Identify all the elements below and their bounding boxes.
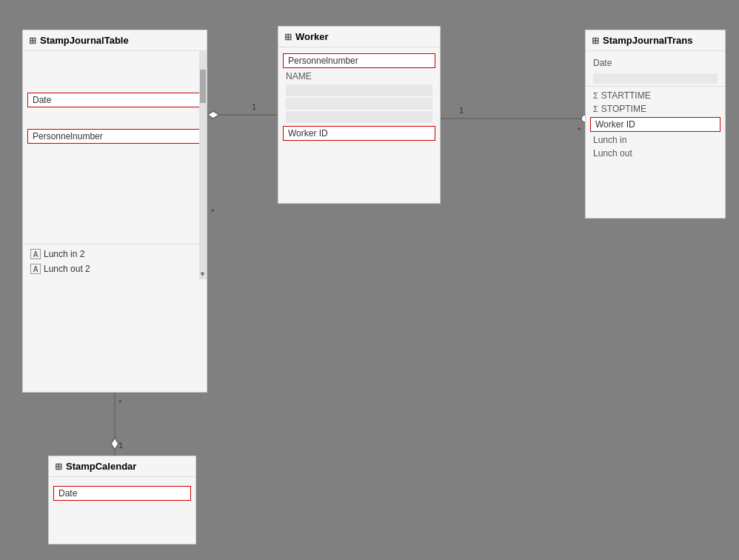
stamp-journal-trans-icon: ⊞	[592, 36, 599, 46]
trans-worker-id-label: Worker ID	[595, 119, 635, 130]
stamp-journal-trans-header: ⊞ StampJournalTrans	[586, 30, 725, 51]
stamp-calendar-title: StampCalendar	[66, 461, 136, 472]
stamp-journal-trans-card: ⊞ StampJournalTrans Date Σ STARTTIME Σ S…	[585, 30, 726, 219]
trans-date-field: Date	[586, 54, 725, 72]
worker-header: ⊞ Worker	[278, 27, 440, 47]
stamp-calendar-header: ⊞ StampCalendar	[49, 456, 195, 477]
conn3-diamond	[111, 438, 118, 450]
lunch-out-label: Lunch out	[593, 148, 632, 159]
worker-personnelnumber-field: Personnelnumber	[283, 53, 435, 68]
scroll-down-arrow[interactable]: ▼	[199, 270, 206, 278]
worker-id-field: Worker ID	[283, 126, 435, 141]
worker-row1	[286, 84, 432, 96]
personnelnumber-key-label: Personnelnumber	[33, 131, 103, 141]
worker-id-label: Worker ID	[288, 128, 328, 139]
stoptime-label: STOPTIME	[601, 104, 646, 114]
stoptime-field: Σ STOPTIME	[586, 102, 725, 116]
lunch-out-2-label: Lunch out 2	[44, 264, 90, 274]
conn1-label2: *	[211, 207, 215, 216]
stamp-calendar-card: ⊞ StampCalendar Date	[48, 456, 196, 544]
worker-personnelnumber-label: Personnelnumber	[288, 56, 358, 66]
worker-title: Worker	[295, 31, 329, 42]
lunch-out-2-icon: A	[30, 264, 41, 274]
worker-row2	[286, 98, 432, 110]
lunch-out-2-field: A Lunch out 2	[23, 261, 207, 276]
personnelnumber-key-field: Personnelnumber	[27, 129, 202, 144]
trans-divider	[586, 86, 725, 87]
stamp-calendar-icon: ⊞	[55, 461, 62, 472]
stamp-journal-trans-body: Date Σ STARTTIME Σ STOPTIME Worker ID Lu…	[586, 51, 725, 163]
scrollbar-thumb[interactable]	[200, 70, 206, 103]
starttime-label: STARTTIME	[601, 90, 651, 101]
stamp-journal-table-card: ⊞ StampJournalTable ▲ Date Personnelnumb…	[22, 30, 207, 393]
stamp-calendar-body: Date	[49, 477, 195, 505]
lunch-in-2-field: A Lunch in 2	[23, 247, 207, 261]
trans-spacer1	[593, 73, 718, 84]
stamp-journal-table-header: ⊞ StampJournalTable	[23, 30, 207, 51]
stamp-journal-trans-title: StampJournalTrans	[603, 35, 692, 46]
lunch-in-2-label: Lunch in 2	[44, 249, 84, 259]
starttime-field: Σ STARTTIME	[586, 89, 725, 102]
trans-worker-id-field: Worker ID	[590, 117, 720, 132]
worker-icon: ⊞	[284, 32, 292, 42]
worker-name-field: NAME	[278, 70, 440, 83]
starttime-sigma: Σ	[593, 91, 598, 100]
calendar-date-field: Date	[53, 486, 191, 501]
lunch-out-field: Lunch out	[586, 147, 725, 160]
stamp-journal-table-body: ▲ Date Personnelnumber A Lunch in 2 A Lu…	[23, 51, 207, 279]
conn1-label1: 1	[252, 102, 256, 111]
conn1-diamond	[207, 111, 219, 119]
table-divider1	[23, 244, 207, 244]
lunch-in-field: Lunch in	[586, 133, 725, 147]
lunch-in-label: Lunch in	[593, 135, 626, 145]
worker-card: ⊞ Worker Personnelnumber NAME Worker ID	[278, 26, 441, 204]
diagram-canvas: 1 * * 1 1 * ⊞ StampJournalTable ▲ Date	[0, 0, 739, 560]
date-key-label: Date	[33, 95, 51, 105]
stamp-journal-table-title: StampJournalTable	[40, 35, 129, 46]
stamp-journal-table-icon: ⊞	[29, 36, 36, 46]
worker-row3	[286, 111, 432, 123]
conn3-label1: *	[118, 399, 122, 407]
lunch-in-2-icon: A	[30, 249, 41, 259]
scrollbar-track[interactable]: ▼	[199, 51, 207, 279]
date-key-field: Date	[27, 93, 202, 107]
worker-body: Personnelnumber NAME Worker ID	[278, 47, 440, 145]
conn2-label1: 1	[459, 106, 464, 115]
worker-name-label: NAME	[286, 71, 312, 81]
conn3-label2: 1	[118, 441, 123, 450]
conn2-label2: *	[578, 126, 581, 135]
trans-date-label: Date	[593, 58, 612, 68]
stoptime-sigma: Σ	[593, 104, 598, 113]
calendar-date-label: Date	[58, 488, 77, 499]
